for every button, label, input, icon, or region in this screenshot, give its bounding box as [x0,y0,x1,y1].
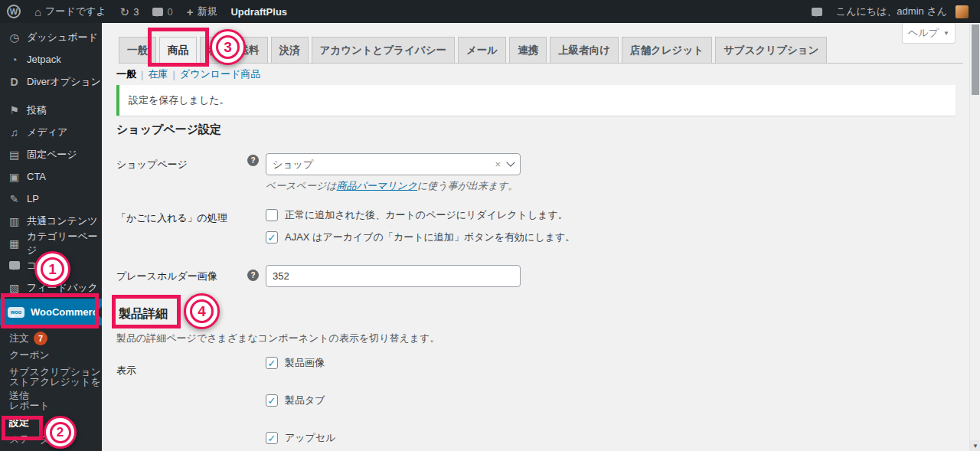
sidebar-item-label: 共通コンテンツ [27,214,98,228]
plus-icon: + [187,6,194,18]
tab-shipping[interactable]: 送料 [230,37,268,63]
tab-accounts-privacy[interactable]: アカウントとプライバシー [312,37,455,63]
sidebar-item-jetpack[interactable]: ◔ Jetpack [0,48,102,70]
sidebar-item-label: フィードバック [27,281,98,295]
comment-count: 0 [167,6,172,18]
sidebar-item-media[interactable]: ♫ メディア [0,121,102,143]
upsell-checkbox[interactable] [266,432,278,444]
checkbox-label: 製品タブ [285,394,325,407]
helper-pre: ベースページは [266,180,337,191]
product-tabs-row: 製品タブ [266,394,325,407]
checkbox-label: アップセル [285,431,336,445]
sidebar-item-dashboard[interactable]: ◷ ダッシュボード [0,26,102,48]
sidebar-item-category-page[interactable]: ▦ カテゴリーページ [0,232,102,254]
sidebar-item-label: 投稿 [27,103,47,117]
ajax-add-to-cart-row: AJAX はアーカイブの「カートに追加」ボタンを有効にします。 [266,230,575,244]
submenu-item-settings[interactable]: 設定 [0,414,102,431]
product-image-checkbox[interactable] [266,357,278,369]
woocommerce-icon: woo [8,307,24,318]
helper-post: に使う事が出来ます。 [417,180,518,191]
scroll-down-button[interactable]: ▼ [970,440,980,451]
main-content: ヘルプ ▼ 一般 商品 税 送料 決済 アカウントとプライバシー メール 連携 … [102,23,980,451]
home-icon: ⌂ [34,6,41,18]
checkbox-label: 正常に追加された後、カートのページにリダイレクトします。 [285,208,568,222]
update-icon: ↻ [120,6,130,18]
help-tip-icon[interactable]: ? [247,270,259,281]
comment-bubble-icon [812,8,822,16]
submenu-label: 設定 [9,416,29,430]
chevron-down-icon [506,158,514,166]
display-label: 表示 [116,364,136,377]
my-account-menu[interactable]: こんにちは、admin さん [829,0,975,23]
subnav-inventory-link[interactable]: 在庫 [148,67,168,81]
submenu-label: クーポン [9,348,50,362]
arrow-down-icon: ▼ [972,443,978,449]
sidebar-item-feedback[interactable]: ▧ フィードバック [0,276,102,299]
product-permalink-link[interactable]: 商品パーマリンク [337,180,418,191]
comment-bubble-icon [152,8,163,16]
site-name-menu[interactable]: ⌂ フードですよ [28,0,113,23]
add-to-cart-label: 「かごに入れる」の処理 [116,211,227,225]
help-tip-icon[interactable]: ? [247,155,259,166]
scrollbar-thumb[interactable] [972,25,979,95]
chevron-down-icon: ▼ [943,30,949,37]
subnav-downloadable-link[interactable]: ダウンロード商品 [180,67,261,81]
clear-selection-icon[interactable]: × [495,159,501,170]
subnav-general[interactable]: 一般 [116,67,136,81]
feedback-icon: ▧ [8,282,21,294]
sidebar-item-diver-options[interactable]: D Diverオプション [0,70,102,93]
subnav-separator: | [172,69,175,80]
sidebar-item-label: メディア [27,126,67,139]
diver-icon: D [8,76,21,88]
tab-emails[interactable]: メール [458,37,506,63]
tab-store-credit[interactable]: 店舗クレジット [622,37,712,63]
tab-advanced[interactable]: 上級者向け [550,37,619,63]
dashboard-icon: ◷ [8,31,21,44]
placeholder-image-label: プレースホルダー画像 [116,270,217,283]
submenu-item-orders[interactable]: 注文 7 [0,330,102,347]
placeholder-image-input[interactable] [266,265,521,287]
sidebar-item-posts[interactable]: ⚑ 投稿 [0,99,102,121]
updates-menu[interactable]: ↻ 3 [113,0,146,23]
product-image-row: 製品画像 [266,356,325,370]
update-count: 3 [133,6,139,18]
submenu-item-send-store-credit[interactable]: ストアクレジットを送信 [0,381,102,397]
sidebar-item-label: WooCommerce [31,306,103,318]
tab-integration[interactable]: 連携 [509,37,547,63]
ajax-add-to-cart-checkbox[interactable] [266,231,278,243]
tab-products[interactable]: 商品 [159,37,197,64]
order-count-badge: 7 [34,332,47,345]
wp-logo-menu[interactable]: W [0,0,28,23]
tab-tax[interactable]: 税 [200,37,227,63]
sidebar-item-lp[interactable]: ✎ LP [0,188,102,210]
media-icon: ♫ [8,126,21,139]
tab-general[interactable]: 一般 [119,37,156,63]
sidebar-item-label: 固定ページ [27,148,77,162]
lp-pencil-icon: ✎ [8,193,21,205]
redirect-cart-checkbox[interactable] [266,209,278,221]
folder-icon: ▥ [8,215,21,227]
sidebar-item-pages[interactable]: ▤ 固定ページ [0,143,102,165]
sidebar-item-comments[interactable]: コメント [0,254,102,276]
comments-menu[interactable]: 0 [145,0,179,23]
greeting-text: こんにちは、admin さん [836,5,947,18]
admin-sidebar: ◷ ダッシュボード ◔ Jetpack D Diverオプション ⚑ 投稿 ♫ … [0,23,102,451]
products-subnav: 一般 | 在庫 | ダウンロード商品 [116,67,260,81]
sidebar-item-cta[interactable]: ▣ CTA [0,165,102,188]
new-content-menu[interactable]: + 新規 [180,0,224,23]
sidebar-item-woocommerce[interactable]: woo WooCommerce [0,299,102,325]
shop-page-select[interactable]: ショップ × [266,153,521,175]
sidebar-item-label: LP [27,193,39,204]
product-tabs-checkbox[interactable] [266,394,278,407]
tab-payments[interactable]: 決済 [271,37,309,63]
updraftplus-menu[interactable]: UpdraftPlus [224,0,294,23]
submenu-item-coupons[interactable]: クーポン [0,347,102,364]
shop-page-settings-title: ショップページ設定 [116,123,221,137]
checkbox-label: 製品画像 [285,356,325,370]
adminbar-comment-shortcut[interactable] [805,0,829,23]
submenu-item-status[interactable]: ステータス [0,431,102,448]
cta-icon: ▣ [8,171,21,183]
vertical-scrollbar[interactable]: ▼ [969,23,980,451]
new-label: 新規 [197,5,217,18]
tab-subscriptions[interactable]: サブスクリプション [715,37,827,63]
